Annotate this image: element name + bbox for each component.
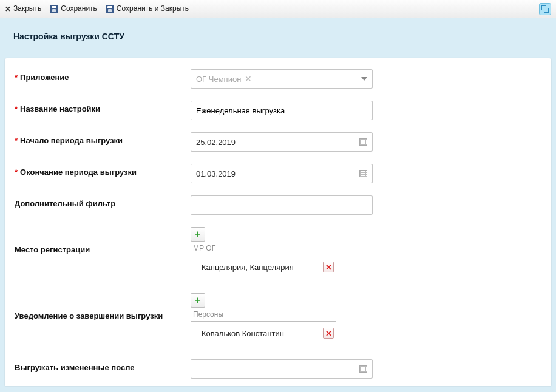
save-button[interactable]: Сохранить [50, 4, 97, 13]
period-end-input[interactable] [196, 169, 359, 178]
notify-header: Персоны [191, 310, 336, 322]
label-period-end: *Окончание периода выгрузки [15, 164, 191, 177]
period-start-input[interactable] [196, 138, 359, 147]
toolbar: ✕ Закрыть Сохранить Сохранить и Закрыть [0, 0, 556, 18]
add-notify-button[interactable]: + [191, 293, 205, 308]
label-changed-after: Выгружать измененные после [15, 359, 191, 372]
chevron-down-icon [361, 77, 367, 81]
app-value: ОГ Чемпион [196, 75, 241, 84]
row-app: *Приложение ОГ Чемпион ✕ [15, 69, 541, 89]
period-end-input-wrap [191, 164, 373, 183]
page-title: Настройка выгрузки ССТУ [13, 32, 544, 41]
reg-place-item: Канцелярия, Канцелярия ✕ [191, 255, 336, 276]
clear-app-icon[interactable]: ✕ [245, 74, 252, 84]
close-button[interactable]: ✕ Закрыть [5, 4, 41, 13]
row-changed-after: Выгружать измененные после [15, 359, 541, 379]
label-period-start: *Начало периода выгрузки [15, 132, 191, 145]
expand-icon[interactable] [539, 3, 551, 15]
extra-filter-input[interactable] [196, 196, 367, 214]
label-reg-place: Место регистрации [15, 227, 191, 254]
row-period-end: *Окончание периода выгрузки [15, 164, 541, 183]
row-extra-filter: Дополнительный фильтр [15, 195, 541, 215]
extra-filter-input-wrap [191, 195, 373, 215]
form-card: *Приложение ОГ Чемпион ✕ *Название настр… [5, 58, 551, 386]
settings-name-input[interactable] [196, 101, 367, 120]
calendar-icon[interactable] [359, 170, 367, 177]
label-extra-filter: Дополнительный фильтр [15, 195, 191, 208]
close-label: Закрыть [13, 4, 41, 13]
app-select[interactable]: ОГ Чемпион ✕ [191, 69, 373, 89]
reg-place-item-text: Канцелярия, Канцелярия [202, 263, 294, 272]
period-start-input-wrap [191, 132, 373, 152]
changed-after-input-wrap [191, 359, 373, 379]
delete-notify-button[interactable]: ✕ [323, 328, 334, 339]
row-notify: Уведомление о завершении выгрузки + Перс… [15, 293, 541, 342]
toolbar-left: ✕ Закрыть Сохранить Сохранить и Закрыть [5, 4, 189, 13]
close-icon: ✕ [5, 5, 11, 13]
notify-block: + Персоны Ковальков Константин ✕ [191, 293, 373, 342]
calendar-icon[interactable] [359, 138, 367, 146]
page-header: Настройка выгрузки ССТУ [0, 18, 556, 58]
settings-name-input-wrap [191, 101, 373, 120]
notify-item-text: Ковальков Константин [202, 329, 284, 338]
row-settings-name: *Название настройки [15, 101, 541, 120]
save-icon [50, 5, 58, 13]
delete-reg-place-button[interactable]: ✕ [323, 262, 334, 272]
row-period-start: *Начало периода выгрузки [15, 132, 541, 152]
save-close-label: Сохранить и Закрыть [117, 4, 189, 13]
reg-place-header: МР ОГ [191, 244, 336, 255]
label-settings-name: *Название настройки [15, 101, 191, 113]
save-icon [106, 5, 114, 13]
save-label: Сохранить [61, 4, 97, 13]
save-and-close-button[interactable]: Сохранить и Закрыть [106, 4, 189, 13]
calendar-icon[interactable] [359, 365, 367, 373]
label-app: *Приложение [15, 69, 191, 82]
add-reg-place-button[interactable]: + [191, 227, 205, 242]
reg-place-block: + МР ОГ Канцелярия, Канцелярия ✕ [191, 227, 373, 276]
row-reg-place: Место регистрации + МР ОГ Канцелярия, Ка… [15, 227, 541, 276]
notify-item: Ковальков Константин ✕ [191, 322, 336, 342]
changed-after-input[interactable] [196, 365, 359, 374]
label-notify: Уведомление о завершении выгрузки [15, 293, 191, 320]
